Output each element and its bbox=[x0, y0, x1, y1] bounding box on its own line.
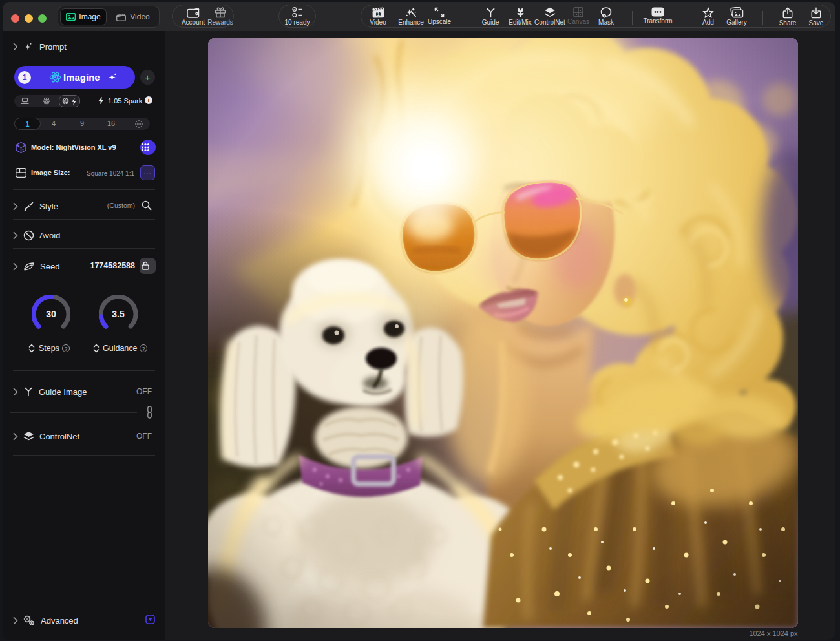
svg-text:1: 1 bbox=[377, 11, 379, 17]
svg-text:30: 30 bbox=[46, 309, 56, 319]
svg-text:3.5: 3.5 bbox=[112, 309, 125, 319]
